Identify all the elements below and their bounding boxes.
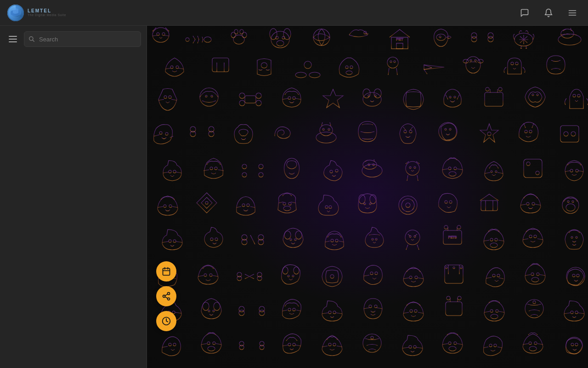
logo[interactable]: LEMTEL The Digital Media Suite bbox=[7, 5, 66, 21]
share-icon bbox=[162, 292, 171, 301]
search-container bbox=[24, 31, 141, 47]
calendar-fab-button[interactable] bbox=[156, 261, 176, 282]
grid-icon bbox=[568, 8, 577, 17]
svg-text:PET: PET bbox=[396, 37, 403, 41]
search-input[interactable] bbox=[24, 31, 141, 47]
chat-button[interactable] bbox=[516, 5, 533, 21]
svg-line-504 bbox=[165, 297, 168, 298]
bell-icon bbox=[544, 8, 553, 17]
logo-text-main: LEMTEL bbox=[28, 8, 66, 13]
hamburger-line-2 bbox=[9, 39, 17, 40]
hamburger-line-1 bbox=[9, 36, 17, 37]
pattern-background: PET bbox=[147, 26, 588, 368]
logo-icon bbox=[7, 5, 24, 21]
calendar-icon bbox=[162, 267, 171, 276]
content-area: PET bbox=[147, 26, 588, 368]
fab-group bbox=[156, 261, 176, 331]
svg-rect-497 bbox=[163, 268, 170, 275]
recent-fab-button[interactable] bbox=[156, 311, 176, 331]
notifications-button[interactable] bbox=[540, 5, 557, 21]
svg-text:PETS: PETS bbox=[448, 236, 457, 239]
search-icon-wrapper bbox=[28, 36, 35, 42]
search-icon bbox=[28, 36, 35, 42]
sidebar-top bbox=[0, 26, 147, 52]
svg-line-505 bbox=[165, 294, 168, 295]
logo-text-sub: The Digital Media Suite bbox=[28, 13, 66, 17]
main-container: PET bbox=[0, 26, 588, 368]
grid-menu-button[interactable] bbox=[564, 5, 581, 21]
hamburger-line-3 bbox=[9, 41, 17, 42]
share-fab-button[interactable] bbox=[156, 286, 176, 306]
hamburger-button[interactable] bbox=[6, 32, 20, 46]
clock-icon bbox=[162, 316, 171, 326]
sidebar bbox=[0, 26, 147, 368]
svg-rect-7 bbox=[147, 26, 588, 368]
svg-line-6 bbox=[33, 40, 34, 42]
header: LEMTEL The Digital Media Suite bbox=[0, 0, 588, 26]
chat-icon bbox=[520, 8, 529, 17]
